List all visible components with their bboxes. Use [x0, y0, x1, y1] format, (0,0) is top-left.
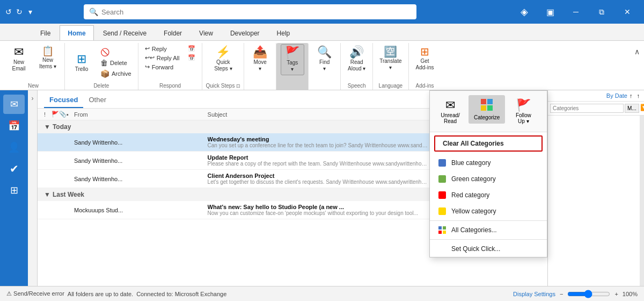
move-icon: 📤	[253, 46, 267, 58]
follow-up-button[interactable]: 🚩 FollowUp ▾	[507, 95, 539, 127]
ignore-button[interactable]: 🚫	[97, 47, 135, 58]
archive-button[interactable]: 📦 Archive	[97, 68, 135, 79]
col-header-subject[interactable]: Subject	[208, 111, 430, 118]
quick-steps-label: QuickSteps ▾	[214, 59, 232, 72]
tab-developer[interactable]: Developer	[222, 25, 268, 40]
tab-send-receive[interactable]: Send / Receive	[95, 25, 155, 40]
meeting-button[interactable]: 📅	[185, 44, 199, 53]
right-panel-header: By Date ↑ ↑	[548, 90, 644, 102]
tab-view[interactable]: View	[191, 25, 221, 40]
connection-status: Connected to: Microsoft Exchange	[136, 291, 226, 297]
clear-all-categories-button[interactable]: Clear All Categories	[434, 135, 543, 152]
get-addins-button[interactable]: ⊞ GetAdd-ins	[413, 44, 437, 73]
minimize-button[interactable]: ─	[564, 0, 588, 24]
categorize-button[interactable]: Categorize	[469, 95, 505, 124]
translate-button[interactable]: 🈳 Translate▾	[376, 44, 405, 73]
ribbon-group-speech-label: Speech	[348, 82, 366, 90]
archive-label: Archive	[112, 70, 131, 77]
quick-steps-button[interactable]: ⚡ QuickSteps ▾	[211, 44, 235, 74]
tab-home[interactable]: Home	[60, 25, 93, 40]
folder-expand-button[interactable]: ›	[32, 95, 34, 102]
col-header-from[interactable]: From	[74, 111, 208, 118]
svg-rect-4	[438, 226, 442, 230]
new-email-label: NewEmail	[12, 59, 25, 72]
email-subject-preview: Client Anderson Project Let's get togeth…	[208, 173, 430, 185]
sidebar-icon-tasks[interactable]: ✔	[3, 159, 25, 178]
set-quick-click-icon	[438, 245, 446, 253]
follow-up-icon: 🚩	[516, 98, 531, 112]
sidebar-icon-people[interactable]: 👤	[3, 138, 25, 157]
tab-focused[interactable]: Focused	[44, 94, 83, 108]
new-email-button[interactable]: ✉ NewEmail	[5, 44, 32, 74]
tab-help[interactable]: Help	[269, 25, 298, 40]
tab-other[interactable]: Other	[83, 94, 112, 108]
delete-col: 🚫 🗑 Delete 📦 Archive	[97, 47, 135, 79]
trello-button[interactable]: ⊞ Trello	[68, 51, 95, 75]
email-subject: Client Anderson Project	[208, 173, 430, 179]
red-category-item[interactable]: Red category	[430, 187, 547, 203]
ribbon-group-speech: 🔊 ReadAloud ▾ Speech	[341, 43, 373, 90]
yellow-category-item[interactable]: Yellow category	[430, 203, 547, 219]
svg-rect-1	[487, 99, 493, 104]
read-aloud-button[interactable]: 🔊 ReadAloud ▾	[345, 44, 369, 74]
right-panel-scroll-up[interactable]: ↑	[637, 92, 640, 99]
delete-button[interactable]: 🗑 Delete	[97, 58, 135, 68]
find-icon: 🔍	[317, 46, 332, 58]
sidebar-icon-mail[interactable]: ✉	[3, 95, 25, 114]
all-categories-item[interactable]: All Categories...	[430, 222, 547, 238]
zoom-plus[interactable]: +	[614, 291, 618, 297]
redo-button[interactable]: ↻	[15, 8, 24, 16]
reply-label: Reply	[152, 46, 167, 52]
meeting2-button[interactable]: 📅	[185, 53, 199, 62]
tab-file[interactable]: File	[32, 25, 58, 40]
new-items-button[interactable]: 📋 NewItems ▾	[34, 44, 61, 72]
col-header-flag: 🚩	[52, 111, 59, 118]
move-button[interactable]: 📤 Move▾	[248, 44, 272, 74]
layout-icon[interactable]: ▣	[538, 0, 562, 24]
quick-access-dropdown[interactable]: ▾	[26, 8, 34, 16]
zoom-slider[interactable]	[567, 290, 610, 298]
filter-icon[interactable]: 🔽	[640, 104, 644, 113]
collapse-ribbon-button[interactable]: ∧	[632, 45, 642, 58]
scrollbar[interactable]	[640, 116, 644, 286]
premium-icon: ◈	[512, 0, 537, 24]
email-subject-preview: Wednesday's meeting Can you set up a con…	[208, 136, 430, 148]
new-items-icon: 📋	[42, 46, 54, 56]
set-quick-click-item[interactable]: Set Quick Click...	[430, 241, 547, 257]
find-button[interactable]: 🔍 Find▾	[313, 44, 336, 74]
tags-button[interactable]: 🚩 Tags▾	[281, 44, 304, 75]
forward-button[interactable]: ↪ Forward	[142, 62, 183, 71]
zoom-minus[interactable]: −	[560, 291, 563, 297]
ignore-icon: 🚫	[100, 48, 109, 56]
sort-label[interactable]: By Date	[606, 92, 627, 99]
email-from: Sandy Writtenho...	[74, 157, 208, 164]
undo-button[interactable]: ↺	[4, 8, 13, 16]
search-bar[interactable]: 🔍	[84, 4, 416, 19]
sidebar-icon-calendar[interactable]: 📅	[3, 116, 25, 135]
reply-icon: ↩	[145, 45, 150, 52]
search-input[interactable]	[101, 8, 411, 16]
forward-icon: ↪	[145, 63, 150, 70]
email-preview: Please share a copy of the report with t…	[208, 161, 430, 167]
all-categories-icon	[438, 226, 446, 234]
blue-category-item[interactable]: Blue category	[430, 155, 547, 171]
tab-folder[interactable]: Folder	[156, 25, 190, 40]
ribbon-group-language: 🈳 Translate▾ Language	[373, 43, 408, 90]
ribbon: ✉ NewEmail 📋 NewItems ▾ New ⊞ Trello 🚫 🗑	[0, 41, 644, 90]
yellow-category-label: Yellow category	[451, 207, 496, 215]
sidebar-icon-apps[interactable]: ⊞	[3, 181, 25, 200]
reply-all-button[interactable]: ↩↩ Reply All	[142, 53, 183, 62]
unread-read-button[interactable]: ✉ Unread/Read	[434, 95, 466, 127]
filter-label[interactable]: M...	[625, 104, 639, 113]
clear-all-label: Clear All Categories	[443, 140, 504, 147]
close-button[interactable]: ✕	[615, 0, 640, 24]
title-bar: ↺ ↻ ▾ 🔍 ◈ ▣ ─ ⧉ ✕	[0, 0, 644, 24]
svg-rect-0	[481, 99, 486, 104]
read-aloud-icon: 🔊	[349, 46, 364, 58]
restore-button[interactable]: ⧉	[589, 0, 614, 24]
display-settings-link[interactable]: Display Settings	[513, 291, 555, 297]
sort-direction-icon[interactable]: ↑	[630, 92, 633, 99]
green-category-item[interactable]: Green category	[430, 171, 547, 187]
reply-button[interactable]: ↩ Reply	[142, 44, 183, 53]
categories-search[interactable]	[550, 104, 624, 113]
